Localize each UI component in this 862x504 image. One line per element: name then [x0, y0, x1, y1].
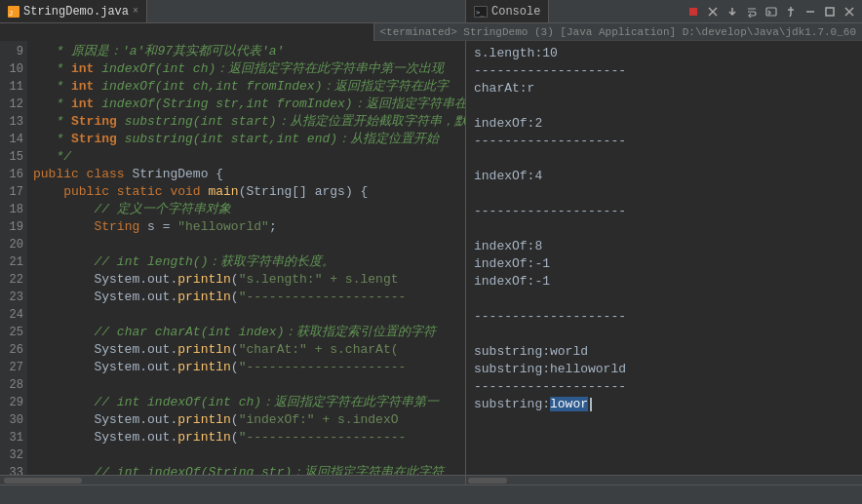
console-icon: >_ [474, 6, 488, 18]
svg-text:>_: >_ [476, 9, 485, 17]
code-area[interactable]: 910111213 1415161718 1920212223 24252627… [0, 41, 465, 475]
code-text[interactable]: * 原因是：'a'和97其实都可以代表'a' * int indexOf(int… [27, 41, 465, 475]
stop-button[interactable] [685, 3, 702, 20]
editor-scrollbar-h[interactable] [0, 475, 465, 485]
highlighted-text: lowor [550, 397, 588, 411]
terminated-info: <terminated> StringDemo (3) [Java Applic… [380, 26, 856, 38]
console-tab[interactable]: >_ Console [466, 0, 549, 22]
scroll-lock-button[interactable] [724, 3, 741, 20]
console-panel: s.length:10 -------------------- charAt:… [466, 41, 862, 485]
svg-rect-5 [689, 8, 697, 16]
pin-button[interactable] [782, 3, 800, 20]
svg-rect-8 [766, 8, 776, 16]
console-tab-label: Console [491, 5, 540, 19]
minimize-button[interactable] [802, 3, 819, 20]
svg-line-11 [790, 15, 791, 17]
editor-tab-close[interactable]: × [133, 6, 138, 17]
console-scrollbar-thumb[interactable] [468, 478, 507, 484]
java-file-icon: J [8, 6, 20, 18]
editor-tab-label: StringDemo.java [23, 5, 129, 19]
console-output: s.length:10 -------------------- charAt:… [466, 41, 862, 475]
scrollbar-thumb-h[interactable] [4, 478, 82, 484]
close-console-button[interactable] [841, 3, 858, 20]
maximize-button[interactable] [821, 3, 839, 20]
clear-console-button[interactable] [704, 3, 722, 20]
line-numbers: 910111213 1415161718 1920212223 24252627… [0, 41, 27, 475]
word-wrap-button[interactable] [743, 3, 761, 20]
svg-rect-13 [826, 8, 834, 16]
status-bar [0, 485, 862, 504]
text-cursor [590, 398, 592, 411]
editor-panel: 910111213 1415161718 1920212223 24252627… [0, 41, 466, 485]
editor-tab[interactable]: J StringDemo.java × [0, 0, 147, 22]
open-console-button[interactable] [763, 3, 780, 20]
console-scrollbar-h[interactable] [466, 475, 862, 485]
svg-text:J: J [9, 9, 13, 18]
